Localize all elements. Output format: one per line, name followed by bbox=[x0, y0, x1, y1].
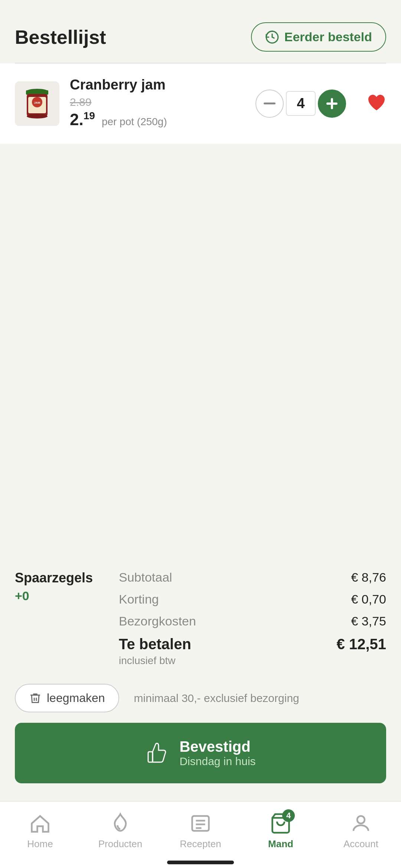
thumbs-up-icon bbox=[145, 741, 169, 765]
korting-label: Korting bbox=[119, 592, 159, 607]
bottom-nav: Home Producten Recepten 4 bbox=[0, 801, 401, 868]
summary-section: Spaarzegels +0 Subtotaal € 8,76 Korting … bbox=[0, 555, 401, 673]
svg-rect-11 bbox=[148, 752, 153, 762]
leegmaken-button[interactable]: leegmaken bbox=[15, 684, 119, 712]
spaarzegels: Spaarzegels +0 bbox=[15, 570, 104, 603]
spaarzegels-title: Spaarzegels bbox=[15, 570, 104, 586]
te-betalen-label: Te betalen bbox=[119, 636, 191, 653]
product-controls: 4 bbox=[255, 90, 346, 118]
mand-badge: 4 bbox=[282, 809, 295, 822]
product-image-svg: JAM bbox=[22, 85, 52, 122]
account-icon bbox=[350, 812, 372, 835]
actions-row: leegmaken minimaal 30,- exclusief bezorg… bbox=[0, 673, 401, 712]
page: Bestellijst Eerder besteld bbox=[0, 0, 401, 868]
header: Bestellijst Eerder besteld bbox=[0, 0, 401, 63]
inclusief-btw: inclusief btw bbox=[119, 655, 386, 667]
bevestigd-title: Bevestigd bbox=[179, 738, 255, 755]
nav-label-mand: Mand bbox=[268, 838, 293, 850]
home-indicator bbox=[167, 861, 234, 864]
product-unit: per pot (250g) bbox=[102, 116, 167, 128]
empty-space bbox=[0, 144, 401, 555]
favorite-button[interactable] bbox=[367, 93, 386, 114]
te-betalen-row: Te betalen € 12,51 bbox=[119, 636, 386, 653]
nav-label-home: Home bbox=[27, 838, 53, 850]
bevestigd-subtitle: Disndag in huis bbox=[179, 755, 255, 768]
nav-item-producten[interactable]: Producten bbox=[80, 812, 160, 850]
product-name: Cranberry jam bbox=[70, 77, 245, 93]
bevestigd-button[interactable]: Bevestigd Disndag in huis bbox=[15, 723, 386, 783]
bevestigd-text: Bevestigd Disndag in huis bbox=[179, 738, 255, 768]
bezorgkosten-row: Bezorgkosten € 3,75 bbox=[119, 614, 386, 628]
minimum-text: minimaal 30,- exclusief bezorging bbox=[134, 692, 299, 705]
producten-icon bbox=[109, 812, 131, 835]
home-icon bbox=[29, 812, 51, 835]
eerder-besteld-label: Eerder besteld bbox=[284, 30, 372, 44]
spaarzegels-value: +0 bbox=[15, 589, 104, 603]
bezorgkosten-amount: € 3,75 bbox=[351, 614, 386, 628]
page-title: Bestellijst bbox=[15, 26, 106, 48]
svg-text:JAM: JAM bbox=[34, 101, 40, 104]
eerder-besteld-button[interactable]: Eerder besteld bbox=[251, 22, 386, 52]
product-new-price: 2.19 bbox=[70, 110, 95, 129]
subtotaal-label: Subtotaal bbox=[119, 570, 172, 585]
subtotaal-amount: € 8,76 bbox=[351, 570, 386, 585]
leegmaken-label: leegmaken bbox=[47, 691, 105, 705]
nav-item-recepten[interactable]: Recepten bbox=[160, 812, 241, 850]
korting-row: Korting € 0,70 bbox=[119, 592, 386, 607]
product-info: Cranberry jam 2.89 2.19 per pot (250g) bbox=[70, 77, 245, 130]
nav-item-account[interactable]: Account bbox=[321, 812, 401, 850]
summary-table: Subtotaal € 8,76 Korting € 0,70 Bezorgko… bbox=[119, 570, 386, 673]
clock-icon bbox=[265, 30, 279, 44]
recepten-icon bbox=[189, 812, 212, 835]
nav-item-home[interactable]: Home bbox=[0, 812, 80, 850]
product-image: JAM bbox=[15, 81, 59, 126]
heart-icon bbox=[367, 93, 386, 113]
increase-quantity-button[interactable] bbox=[318, 90, 346, 118]
te-betalen-amount: € 12,51 bbox=[337, 636, 386, 653]
subtotaal-row: Subtotaal € 8,76 bbox=[119, 570, 386, 585]
quantity-display: 4 bbox=[286, 91, 316, 116]
svg-point-17 bbox=[357, 816, 365, 823]
svg-rect-10 bbox=[326, 103, 338, 105]
nav-label-recepten: Recepten bbox=[180, 838, 221, 850]
svg-point-7 bbox=[27, 114, 48, 118]
svg-rect-8 bbox=[264, 103, 276, 104]
trash-icon bbox=[29, 692, 42, 705]
bezorgkosten-label: Bezorgkosten bbox=[119, 614, 196, 628]
decrease-quantity-button[interactable] bbox=[255, 90, 284, 118]
nav-label-account: Account bbox=[343, 838, 378, 850]
nav-item-mand[interactable]: 4 Mand bbox=[241, 812, 321, 850]
nav-label-producten: Producten bbox=[98, 838, 143, 850]
product-old-price: 2.89 bbox=[70, 96, 91, 108]
product-card: JAM Cranberry jam 2.89 2.19 per pot (250… bbox=[0, 64, 401, 144]
korting-amount: € 0,70 bbox=[351, 592, 386, 607]
mand-icon: 4 bbox=[270, 812, 292, 835]
